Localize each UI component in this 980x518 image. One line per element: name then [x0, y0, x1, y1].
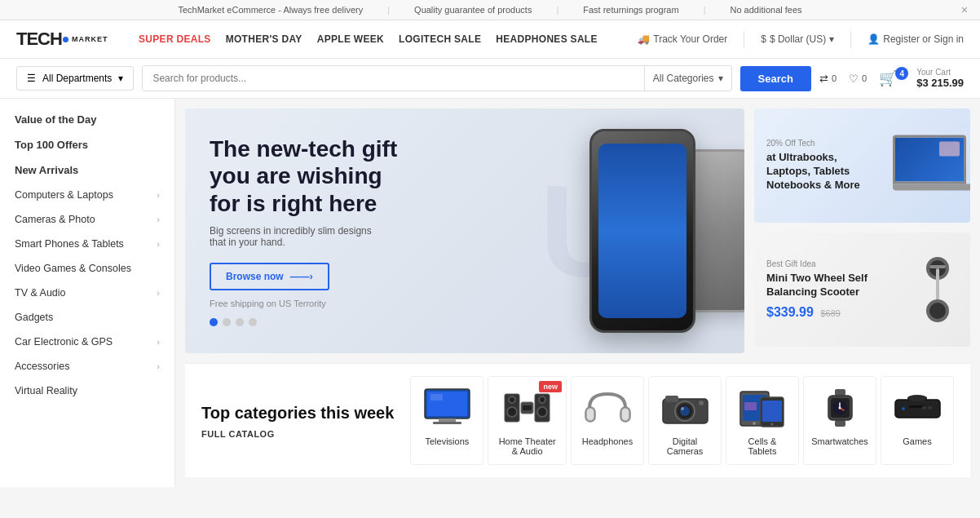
- banner-dots: [210, 318, 720, 326]
- separator-2: |: [556, 5, 558, 15]
- sidebar-item-computers[interactable]: Computers & Laptops ›: [0, 183, 174, 207]
- sidebar-item-new-arrivals[interactable]: New Arrivals: [0, 157, 174, 183]
- announcement-bar: TechMarket eCommerce - Always free deliv…: [0, 0, 980, 20]
- wheel-bottom: [926, 299, 949, 322]
- currency-selector[interactable]: $ $ Dollar (US) ▾: [761, 33, 834, 45]
- search-input[interactable]: [143, 66, 643, 91]
- categories-label: All Categories: [653, 73, 714, 84]
- track-order-label: Track Your Order: [653, 33, 727, 45]
- scooter-handle: [929, 265, 946, 268]
- announcement-item-3: Fast returnings program: [583, 5, 678, 15]
- full-catalog-link[interactable]: FULL CATALOG: [201, 429, 394, 439]
- svg-rect-32: [762, 401, 782, 422]
- svg-point-30: [753, 422, 756, 425]
- headphone-icon: [581, 387, 634, 428]
- nav-logitech-sale[interactable]: LOGITECH SALE: [399, 33, 481, 45]
- watch-image: [811, 385, 868, 430]
- sidebar-label: Virtual Reality: [15, 385, 77, 396]
- scooter-body: [913, 257, 962, 322]
- svg-point-7: [510, 397, 514, 402]
- nav-headphones-sale[interactable]: HEADPHONES SALE: [496, 33, 598, 45]
- announcement-item-4: No additional fees: [731, 5, 802, 15]
- dot-2[interactable]: [223, 318, 231, 326]
- audio-icon: [501, 387, 554, 428]
- sidebar-label: Value of the Day: [15, 113, 96, 126]
- category-name: Games: [903, 436, 931, 446]
- sidebar-item-smartphones[interactable]: Smart Phones & Tablets ›: [0, 232, 174, 256]
- search-wrapper: All Categories ▾: [142, 65, 731, 91]
- user-icon: 👤: [867, 33, 880, 45]
- category-smartwatches[interactable]: Smartwatches: [803, 376, 876, 465]
- side-banner-2-title: Mini Two Wheel Self Balancing Scooter: [766, 272, 881, 299]
- sidebar-item-tv-audio[interactable]: TV & Audio ›: [0, 281, 174, 305]
- chevron-right-icon: ›: [157, 361, 160, 371]
- headphone-image: [579, 385, 636, 430]
- sidebar: Value of the Day Top 100 Offers New Arri…: [0, 99, 175, 487]
- category-games[interactable]: Games: [881, 376, 954, 465]
- sidebar-item-value-of-day[interactable]: Value of the Day: [0, 107, 174, 132]
- cart-icon: 🛒: [879, 69, 897, 87]
- close-announcement-button[interactable]: ×: [961, 3, 968, 16]
- logo[interactable]: TECHMARKET: [16, 29, 122, 50]
- sidebar-item-videogames[interactable]: Video Games & Consoles: [0, 256, 174, 281]
- svg-rect-19: [587, 409, 594, 420]
- sidebar-label: Gadgets: [15, 312, 53, 323]
- cart-label: Your Cart: [916, 68, 964, 77]
- sidebar-label: Video Games & Consoles: [15, 263, 131, 274]
- chevron-right-icon: ›: [157, 239, 160, 249]
- bottom-section: Top categories this week FULL CATALOG: [185, 363, 970, 477]
- category-headphones[interactable]: Headphones: [571, 376, 644, 465]
- svg-rect-4: [430, 394, 443, 401]
- svg-rect-3: [433, 422, 461, 424]
- svg-point-26: [681, 407, 684, 410]
- nav-super-deals[interactable]: SUPER DEALS: [139, 33, 211, 45]
- all-categories-dropdown[interactable]: All Categories ▾: [644, 66, 731, 91]
- search-button[interactable]: Search: [740, 66, 811, 91]
- logo-dot: [63, 37, 68, 42]
- track-order-button[interactable]: 🚚 Track Your Order: [638, 33, 727, 45]
- sidebar-label: Smart Phones & Tablets: [15, 238, 124, 250]
- banner-shipping: Free shipping on US Terrority: [210, 299, 720, 308]
- side-banner-scooter[interactable]: Best Gift Idea Mini Two Wheel Self Balan…: [754, 232, 970, 347]
- svg-rect-34: [744, 402, 757, 410]
- category-home-theater[interactable]: new: [488, 376, 567, 465]
- sidebar-item-car-electronic[interactable]: Car Electronic & GPS ›: [0, 330, 174, 354]
- sidebar-item-cameras[interactable]: Cameras & Photo ›: [0, 207, 174, 232]
- chevron-right-icon: ›: [157, 288, 160, 298]
- nav-apple-week[interactable]: APPLE WEEK: [317, 33, 384, 45]
- register-button[interactable]: 👤 Register or Sign in: [867, 33, 964, 45]
- wishlist-count: 0: [862, 73, 867, 83]
- svg-rect-22: [665, 396, 678, 402]
- svg-point-33: [770, 423, 773, 425]
- sidebar-item-top-100[interactable]: Top 100 Offers: [0, 132, 174, 157]
- svg-rect-47: [928, 406, 932, 410]
- category-name: Home Theater & Audio: [495, 436, 559, 456]
- svg-point-42: [838, 406, 841, 409]
- category-televisions[interactable]: Televisions: [410, 376, 483, 465]
- cart-button[interactable]: 🛒 4 Your Cart $3 215.99: [879, 68, 964, 89]
- chevron-right-icon: ›: [157, 215, 160, 224]
- banner-row: UK The new-tech gift you are wishing for…: [185, 108, 970, 353]
- category-name: Digital Cameras: [656, 436, 714, 456]
- wishlist-button[interactable]: ♡ 0: [849, 73, 867, 85]
- browse-now-button[interactable]: Browse now ——›: [210, 263, 329, 290]
- category-cameras[interactable]: Digital Cameras: [648, 376, 722, 465]
- sidebar-item-virtual-reality[interactable]: Virtual Reality: [0, 379, 174, 403]
- nav-mothers-day[interactable]: MOTHER'S DAY: [226, 33, 302, 45]
- main-banner: UK The new-tech gift you are wishing for…: [185, 108, 744, 353]
- side-banner-tech[interactable]: 20% Off Tech at Ultrabooks, Laptops, Tab…: [754, 108, 970, 223]
- sidebar-item-gadgets[interactable]: Gadgets: [0, 305, 174, 330]
- arrow-right-icon: ——›: [290, 271, 313, 282]
- dot-1[interactable]: [210, 318, 218, 326]
- sidebar-item-accessories[interactable]: Accessories ›: [0, 354, 174, 379]
- separator-3: |: [704, 5, 706, 15]
- departments-button[interactable]: ☰ All Departments ▾: [16, 66, 134, 91]
- category-cells[interactable]: Cells & Tablets: [726, 376, 799, 465]
- dot-3[interactable]: [236, 318, 244, 326]
- dot-4[interactable]: [249, 318, 257, 326]
- side-banner-price: $339.99: [766, 305, 814, 319]
- menu-icon: ☰: [27, 73, 36, 84]
- header-icons: ⇄ 0 ♡ 0 🛒 4 Your Cart $3 215.99: [819, 68, 964, 89]
- compare-button[interactable]: ⇄ 0: [819, 73, 837, 85]
- svg-rect-20: [622, 409, 629, 420]
